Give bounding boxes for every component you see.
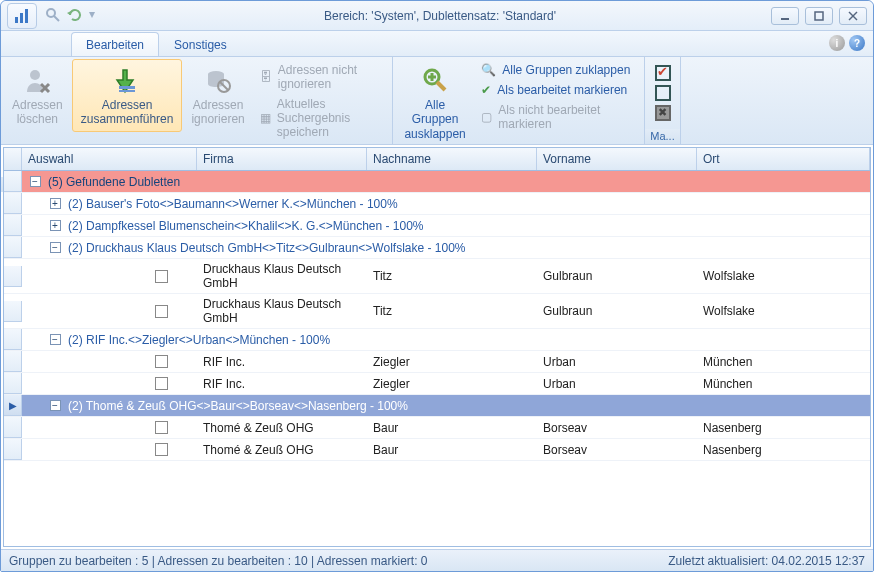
- table-row[interactable]: Thomé & Zeuß OHGBaurBorseavNasenberg: [4, 417, 870, 439]
- group-row[interactable]: +(2) Dampfkessel Blumenschein<>Khalil<>K…: [4, 215, 870, 237]
- help-icon[interactable]: ?: [849, 35, 865, 51]
- row-checkbox[interactable]: [155, 377, 168, 390]
- chevron-down-icon[interactable]: ▾: [89, 7, 107, 25]
- group-row[interactable]: +(2) Bauser's Foto<>Baumann<>Werner K.<>…: [4, 193, 870, 215]
- group-title: (2) Dampfkessel Blumenschein<>Khalil<>K.…: [68, 216, 424, 236]
- select-checkbox-cell: [22, 267, 197, 286]
- group-title: (2) Bauser's Foto<>Baumann<>Werner K.<>M…: [68, 194, 398, 214]
- cell-firma: RIF Inc.: [197, 352, 367, 372]
- ignore-addresses-button[interactable]: Adressen ignorieren: [182, 59, 253, 132]
- cell-vorname: Gulbraun: [537, 266, 697, 286]
- mark-processed-button[interactable]: ✔Als bearbeitet markieren: [475, 81, 642, 99]
- cell-vorname: Borseav: [537, 418, 697, 438]
- row-selector-header: [4, 148, 22, 170]
- row-checkbox[interactable]: [155, 270, 168, 283]
- label: Alle Gruppen ausklappen: [404, 98, 466, 141]
- cell-nachname: Ziegler: [367, 374, 537, 394]
- close-button[interactable]: [839, 7, 867, 25]
- svg-rect-2: [25, 9, 28, 23]
- table-row[interactable]: RIF Inc.ZieglerUrbanMünchen: [4, 351, 870, 373]
- svg-line-4: [54, 16, 59, 21]
- col-firma[interactable]: Firma: [197, 148, 367, 170]
- col-ort[interactable]: Ort: [697, 148, 870, 170]
- mark-none-button[interactable]: [655, 85, 671, 101]
- tab-sonstiges[interactable]: Sonstiges: [159, 32, 242, 56]
- svg-rect-7: [815, 12, 823, 20]
- refresh-icon[interactable]: [67, 7, 85, 25]
- cell-firma: RIF Inc.: [197, 374, 367, 394]
- summary-text: (5) Gefundene Dubletten: [48, 175, 180, 189]
- group-row[interactable]: −(2) RIF Inc.<>Ziegler<>Urban<>München -…: [4, 329, 870, 351]
- select-checkbox-cell: [22, 302, 197, 321]
- cell-vorname: Urban: [537, 352, 697, 372]
- select-checkbox-cell: [22, 440, 197, 459]
- svg-rect-0: [15, 17, 18, 23]
- table-row[interactable]: RIF Inc.ZieglerUrbanMünchen: [4, 373, 870, 395]
- expand-all-icon: [419, 64, 451, 96]
- cell-nachname: Baur: [367, 418, 537, 438]
- collapse-toggle[interactable]: −: [50, 400, 61, 411]
- svg-point-3: [47, 9, 55, 17]
- save-search-button[interactable]: ▦Aktuelles Suchergebnis speichern: [254, 95, 390, 141]
- collapse-toggle[interactable]: −: [50, 242, 61, 253]
- cell-nachname: Ziegler: [367, 352, 537, 372]
- window-title: Bereich: 'System', Dublettensatz: 'Stand…: [109, 9, 771, 23]
- expand-toggle[interactable]: +: [50, 198, 61, 209]
- group-row[interactable]: ▶ −(2) Thomé & Zeuß OHG<>Baur<>Borseav<>…: [4, 395, 870, 417]
- col-auswahl[interactable]: Auswahl: [22, 148, 197, 170]
- minimize-button[interactable]: [771, 7, 799, 25]
- cell-ort: München: [697, 352, 870, 372]
- table-row[interactable]: Thomé & Zeuß OHGBaurBorseavNasenberg: [4, 439, 870, 461]
- statusbar: Gruppen zu bearbeiten : 5 | Adressen zu …: [1, 549, 873, 571]
- collapse-toggle[interactable]: −: [30, 176, 41, 187]
- search-icon[interactable]: [45, 7, 63, 25]
- cell-firma: Thomé & Zeuß OHG: [197, 418, 367, 438]
- delete-addresses-button[interactable]: Adressen löschen: [3, 59, 72, 132]
- cell-ort: Wolfslake: [697, 266, 870, 286]
- select-checkbox-cell: [22, 352, 197, 371]
- select-checkbox-cell: [22, 418, 197, 437]
- app-window: ▾ Bereich: 'System', Dublettensatz: 'Sta…: [0, 0, 874, 572]
- cell-nachname: Titz: [367, 266, 537, 286]
- mark-invert-button[interactable]: [655, 105, 671, 121]
- cell-nachname: Titz: [367, 301, 537, 321]
- col-vorname[interactable]: Vorname: [537, 148, 697, 170]
- cell-ort: Wolfslake: [697, 301, 870, 321]
- row-checkbox[interactable]: [155, 421, 168, 434]
- table-row[interactable]: Druckhaus Klaus Deutsch GmbHTitzGulbraun…: [4, 259, 870, 294]
- mark-unprocessed-button[interactable]: ▢Als nicht bearbeitet markieren: [475, 101, 642, 133]
- info-icon[interactable]: i: [829, 35, 845, 51]
- expand-all-button[interactable]: Alle Gruppen ausklappen: [395, 59, 475, 146]
- group-row[interactable]: −(2) Druckhaus Klaus Deutsch GmbH<>Titz<…: [4, 237, 870, 259]
- merge-addresses-button[interactable]: Adressen zusammenführen: [72, 59, 183, 132]
- summary-row[interactable]: −(5) Gefundene Dubletten: [4, 171, 870, 193]
- merge-icon: [111, 64, 143, 96]
- svg-rect-1: [20, 13, 23, 23]
- svg-line-22: [437, 82, 445, 90]
- table-row[interactable]: Druckhaus Klaus Deutsch GmbHTitzGulbraun…: [4, 294, 870, 329]
- svg-point-10: [30, 70, 40, 80]
- unignore-addresses-button[interactable]: 🗄Adressen nicht ignorieren: [254, 61, 390, 93]
- titlebar: ▾ Bereich: 'System', Dublettensatz: 'Sta…: [1, 1, 873, 31]
- col-nachname[interactable]: Nachname: [367, 148, 537, 170]
- collapse-toggle[interactable]: −: [50, 334, 61, 345]
- cell-ort: München: [697, 374, 870, 394]
- results-grid: Auswahl Firma Nachname Vorname Ort −(5) …: [3, 147, 871, 547]
- cell-nachname: Baur: [367, 440, 537, 460]
- tab-bearbeiten[interactable]: Bearbeiten: [71, 32, 159, 56]
- grid-rows: −(5) Gefundene Dubletten +(2) Bauser's F…: [4, 171, 870, 546]
- ribbon-tabs: Bearbeiten Sonstiges i ?: [1, 31, 873, 57]
- ribbon: Adressen löschen Adressen zusammenführen…: [1, 57, 873, 145]
- collapse-all-button[interactable]: 🔍Alle Gruppen zuklappen: [475, 61, 642, 79]
- row-checkbox[interactable]: [155, 443, 168, 456]
- row-checkbox[interactable]: [155, 355, 168, 368]
- maximize-button[interactable]: [805, 7, 833, 25]
- mark-all-button[interactable]: [655, 65, 671, 81]
- row-checkbox[interactable]: [155, 305, 168, 318]
- app-icon[interactable]: [7, 3, 37, 29]
- expand-toggle[interactable]: +: [50, 220, 61, 231]
- cell-vorname: Borseav: [537, 440, 697, 460]
- grid-save-icon: ▦: [260, 111, 271, 125]
- person-delete-icon: [21, 64, 53, 96]
- collapse-icon: 🔍: [481, 63, 496, 77]
